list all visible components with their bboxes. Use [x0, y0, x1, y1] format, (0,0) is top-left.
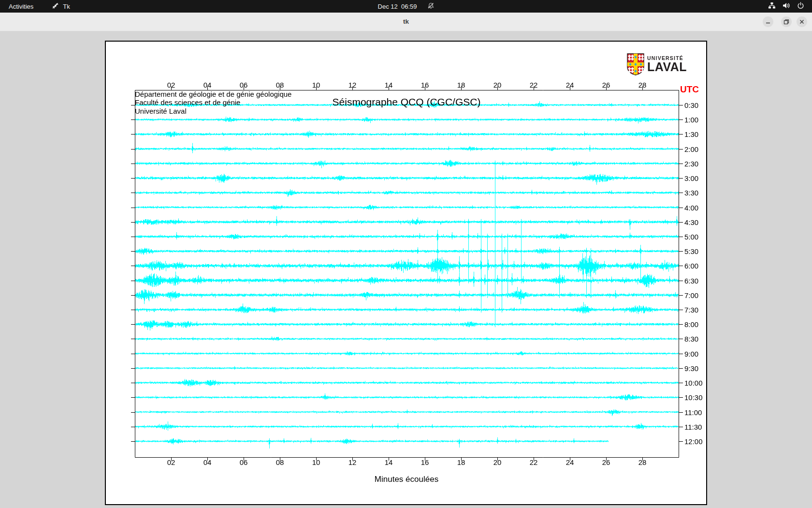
- time-label: 3:00: [684, 174, 698, 182]
- x-tick-label-top: 02: [167, 81, 175, 89]
- time-label: 12:00: [684, 437, 703, 446]
- seismograph-window: Département de géologie et de génie géol…: [105, 41, 707, 505]
- system-status-area[interactable]: [768, 2, 804, 11]
- power-icon: [797, 2, 804, 11]
- x-tick-label-bottom: 28: [638, 458, 647, 466]
- notifications-muted-icon: [427, 2, 434, 11]
- x-tick-label-bottom: 16: [421, 458, 429, 466]
- x-tick-label-top: 06: [240, 81, 248, 89]
- time-label: 9:30: [684, 364, 698, 373]
- utc-label: UTC: [680, 84, 699, 95]
- time-label: 1:30: [684, 130, 698, 138]
- time-label: 6:30: [684, 277, 698, 285]
- time-label: 7:30: [684, 306, 698, 314]
- focused-app-label: Tk: [63, 3, 70, 10]
- x-axis-title: Minutes écoulées: [375, 475, 438, 484]
- x-tick-label-top: 12: [348, 81, 357, 89]
- time-label: 11:30: [684, 423, 702, 431]
- x-tick-label-bottom: 26: [602, 458, 610, 466]
- time-label: 10:30: [684, 393, 703, 402]
- time-label: 3:30: [684, 189, 698, 197]
- clock-menu[interactable]: Dec 12 06:59: [378, 2, 435, 11]
- x-tick-label-top: 28: [638, 81, 647, 89]
- laval-logo: UNIVERSITÉ LAVAL: [627, 53, 687, 75]
- minimize-button[interactable]: [763, 16, 773, 27]
- time-label: 2:00: [684, 145, 698, 153]
- header-faculty: Faculté des sciences et de génie: [135, 98, 240, 107]
- x-tick-label-top: 22: [530, 81, 538, 89]
- restore-button[interactable]: [781, 16, 792, 27]
- header-university: Université Laval: [135, 107, 187, 116]
- x-tick-label-top: 14: [385, 81, 393, 89]
- time-label: 2:30: [684, 160, 698, 168]
- x-tick-label-bottom: 20: [493, 458, 502, 466]
- x-tick-label-top: 08: [276, 81, 284, 89]
- time-label: 8:00: [684, 320, 698, 329]
- time-label: 10:00: [684, 379, 703, 387]
- x-tick-label-top: 20: [493, 81, 502, 89]
- plot-title: Séismographe QCQ (CGC/GSC): [333, 96, 481, 108]
- x-tick-label-bottom: 06: [240, 458, 248, 466]
- x-tick-label-top: 18: [457, 81, 465, 89]
- x-tick-label-bottom: 12: [348, 458, 357, 466]
- header-department: Département de géologie et de génie géol…: [135, 90, 291, 99]
- close-button[interactable]: [797, 16, 807, 27]
- x-tick-label-top: 24: [566, 81, 574, 89]
- seismograph-canvas: [106, 42, 706, 504]
- x-tick-label-top: 10: [312, 81, 320, 89]
- x-tick-label-top: 26: [602, 81, 610, 89]
- logo-laval-label: LAVAL: [647, 61, 687, 73]
- x-tick-label-bottom: 14: [385, 458, 393, 466]
- time-label: 9:00: [684, 350, 698, 358]
- activities-button[interactable]: Activities: [9, 3, 33, 10]
- time-label: 4:30: [684, 218, 698, 226]
- time-label: 5:00: [684, 233, 698, 241]
- volume-icon: [783, 2, 790, 11]
- x-tick-label-top: 16: [421, 81, 429, 89]
- time-label: 8:30: [684, 335, 698, 343]
- x-tick-label-bottom: 18: [457, 458, 465, 466]
- x-tick-label-bottom: 04: [203, 458, 212, 466]
- tk-app-icon: [52, 2, 59, 11]
- x-tick-label-bottom: 10: [312, 458, 320, 466]
- time-label: 11:00: [684, 408, 702, 417]
- laval-shield-icon: [627, 53, 644, 75]
- time-label: 0:30: [684, 101, 698, 109]
- time-label: 5:30: [684, 247, 698, 255]
- clock-label: Dec 12 06:59: [378, 3, 417, 10]
- gnome-top-bar: Activities Tk Dec 12 06:59: [0, 0, 812, 13]
- focused-app-menu[interactable]: Tk: [52, 2, 70, 11]
- x-tick-label-bottom: 02: [167, 458, 175, 466]
- x-tick-label-top: 04: [203, 81, 212, 89]
- x-tick-label-bottom: 08: [276, 458, 284, 466]
- x-tick-label-bottom: 24: [566, 458, 574, 466]
- window-titlebar[interactable]: tk: [0, 13, 812, 31]
- time-label: 6:00: [684, 262, 698, 270]
- window-title: tk: [0, 18, 812, 25]
- time-label: 1:00: [684, 116, 698, 124]
- x-tick-label-bottom: 22: [530, 458, 538, 466]
- time-label: 4:00: [684, 204, 698, 212]
- time-label: 7:00: [684, 291, 698, 299]
- network-icon: [768, 2, 776, 11]
